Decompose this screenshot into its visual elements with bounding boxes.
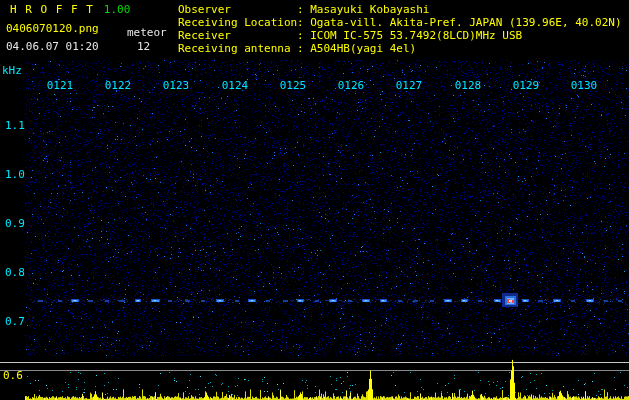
time-tick: 0129 bbox=[513, 80, 540, 92]
freq-tick: 0.8 bbox=[5, 266, 25, 279]
hrofft-screen: H R O F F T1.00 0406070120.png meteor 04… bbox=[0, 0, 629, 400]
info-row-antenna: Receiving antenna: A504HB(yagi 4el) bbox=[178, 42, 416, 55]
info-row-location: Receiving Location: Ogata-vill. Akita-Pr… bbox=[178, 16, 622, 29]
info-label: Receiving antenna bbox=[178, 42, 297, 55]
info-label: Observer bbox=[178, 3, 297, 16]
freq-tick: 0.7 bbox=[5, 315, 25, 328]
info-row-receiver: Receiver: ICOM IC-575 53.7492(8LCD)MHz U… bbox=[178, 29, 522, 42]
output-filename: 0406070120.png bbox=[6, 22, 99, 35]
time-tick: 0128 bbox=[455, 80, 482, 92]
meteor-count: 12 bbox=[137, 40, 150, 53]
freq-tick-bottom: 0.6 bbox=[3, 369, 23, 382]
app-version: 1.00 bbox=[104, 3, 131, 16]
time-tick: 0123 bbox=[163, 80, 190, 92]
observation-datetime: 04.06.07 01:20 bbox=[6, 40, 99, 53]
mode-label: meteor bbox=[127, 26, 167, 39]
time-tick: 0121 bbox=[47, 80, 74, 92]
app-title-row: H R O F F T1.00 bbox=[10, 3, 130, 16]
time-tick: 0126 bbox=[338, 80, 365, 92]
time-tick: 0127 bbox=[396, 80, 423, 92]
app-title: H R O F F T bbox=[10, 3, 94, 16]
time-tick: 0130 bbox=[571, 80, 598, 92]
time-tick: 0122 bbox=[105, 80, 132, 92]
info-value: : Masayuki Kobayashi bbox=[297, 3, 429, 16]
info-label: Receiver bbox=[178, 29, 297, 42]
info-row-observer: Observer: Masayuki Kobayashi bbox=[178, 3, 429, 16]
info-value: : Ogata-vill. Akita-Pref. JAPAN (139.96E… bbox=[297, 16, 622, 29]
time-tick: 0124 bbox=[222, 80, 249, 92]
freq-tick: 0.9 bbox=[5, 217, 25, 230]
info-label: Receiving Location bbox=[178, 16, 297, 29]
freq-tick: 1.0 bbox=[5, 168, 25, 181]
spectrogram-canvas bbox=[0, 0, 629, 400]
freq-tick: 1.1 bbox=[5, 119, 25, 132]
time-tick: 0125 bbox=[280, 80, 307, 92]
freq-axis-unit: kHz bbox=[2, 64, 22, 77]
info-value: : ICOM IC-575 53.7492(8LCD)MHz USB bbox=[297, 29, 522, 42]
info-value: : A504HB(yagi 4el) bbox=[297, 42, 416, 55]
